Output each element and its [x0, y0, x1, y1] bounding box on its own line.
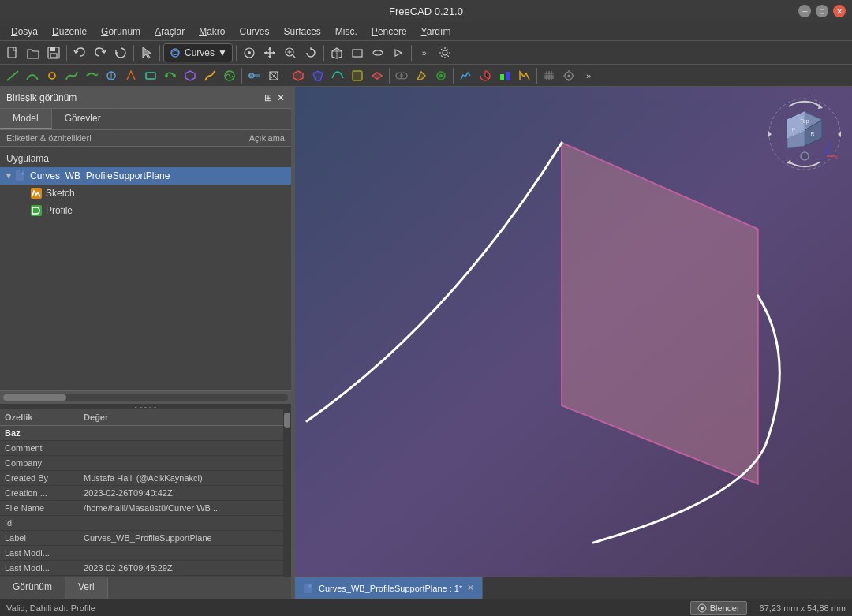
tab-veri[interactable]: Veri	[65, 577, 108, 599]
curve-tool11-button[interactable]	[200, 66, 219, 85]
curve-bezier-button[interactable]	[43, 66, 62, 85]
surface-tool5-button[interactable]	[368, 66, 387, 85]
open-button[interactable]	[24, 43, 43, 62]
prop-key-8: Last Modi...	[0, 561, 79, 576]
menu-araclar[interactable]: Araçlar	[148, 24, 191, 39]
viewport-tab[interactable]: Curves_WB_ProfileSupportPlane : 1* ✕	[295, 577, 483, 599]
curve-tool9-button[interactable]	[161, 66, 180, 85]
nav-zoom-button[interactable]	[281, 43, 300, 62]
tree-item-profile[interactable]: ▾ Profile	[0, 202, 291, 219]
curve-spline-button[interactable]	[62, 66, 81, 85]
analysis-tool3-button[interactable]	[495, 66, 514, 85]
menu-surfaces[interactable]: Surfaces	[278, 24, 327, 39]
curve-tool7-button[interactable]	[121, 66, 140, 85]
workbench-dropdown-icon: ▼	[218, 47, 227, 58]
svg-text:Z: Z	[828, 142, 832, 147]
blender-button[interactable]: Blender	[690, 601, 747, 615]
scroll-thumb[interactable]	[3, 394, 66, 401]
nav-rotate-button[interactable]	[301, 43, 320, 62]
curve-tool8-button[interactable]	[141, 66, 160, 85]
view-right-button[interactable]	[389, 43, 408, 62]
tree-item-root[interactable]: ▾ Curves_WB_ProfileSupportPlane	[0, 167, 291, 185]
refresh-button[interactable]	[111, 43, 130, 62]
more-curves-button[interactable]: »	[579, 66, 598, 85]
undo-button[interactable]	[70, 43, 89, 62]
curve-tool13-button[interactable]	[245, 66, 263, 85]
misc-tool2-button[interactable]	[412, 66, 431, 85]
svg-rect-3	[50, 54, 57, 58]
view-iso-button[interactable]	[327, 43, 346, 62]
surface-tool3-button[interactable]	[328, 66, 347, 85]
curve-tool14-button[interactable]	[264, 66, 283, 85]
save-button[interactable]	[44, 43, 63, 62]
props-scroll-thumb[interactable]	[284, 413, 290, 428]
analysis-tool4-button[interactable]	[515, 66, 534, 85]
cube-navigator[interactable]: Top R F Z X	[765, 95, 844, 174]
viewport-tab-label: Curves_WB_ProfileSupportPlane : 1*	[319, 584, 462, 593]
tab-gorunum[interactable]: Görünüm	[0, 577, 65, 599]
redo-button[interactable]	[91, 43, 110, 62]
nav-pan-button[interactable]	[260, 43, 279, 62]
grid-toggle-button[interactable]	[540, 66, 559, 85]
panel-close-button[interactable]: ✕	[277, 92, 285, 103]
panel-divider[interactable]: - - - - -	[0, 403, 291, 409]
curve-arc-button[interactable]	[23, 66, 42, 85]
menu-makro[interactable]: Makro	[192, 24, 231, 39]
maximize-button[interactable]: □	[816, 5, 828, 17]
tab-model[interactable]: Model	[0, 109, 52, 129]
more-tools-button[interactable]: »	[415, 43, 434, 62]
surface-tool2-button[interactable]	[308, 66, 327, 85]
table-row: Comment	[0, 441, 291, 456]
nav-home-button[interactable]	[240, 43, 259, 62]
close-button[interactable]: ✕	[833, 5, 846, 17]
misc-tool3-button[interactable]	[432, 66, 450, 85]
menu-dosya[interactable]: Dosya	[5, 24, 44, 39]
menu-yardim[interactable]: Yardım	[415, 24, 458, 39]
menu-gorunum[interactable]: Görünüm	[95, 24, 147, 39]
toolbar-curves: »	[0, 65, 852, 87]
menu-duzenle[interactable]: Düzenle	[46, 24, 93, 39]
svg-rect-40	[16, 170, 24, 181]
surface-tool4-button[interactable]	[348, 66, 367, 85]
title-text: FreeCAD 0.21.0	[389, 6, 463, 17]
curve-extend-button[interactable]	[82, 66, 101, 85]
props-scrollbar[interactable]	[283, 409, 291, 599]
svg-rect-2	[50, 47, 55, 51]
minimize-button[interactable]: ─	[798, 5, 811, 17]
toolbar-settings-button[interactable]	[435, 43, 454, 62]
snap-toggle-button[interactable]	[559, 66, 578, 85]
prop-val-0	[79, 441, 291, 456]
cube-svg: Top R F Z X	[765, 95, 844, 174]
menu-misc[interactable]: Misc.	[329, 24, 364, 39]
curve-line-button[interactable]	[3, 66, 22, 85]
curve-tool10-button[interactable]	[181, 66, 200, 85]
analysis-tool1-button[interactable]	[456, 66, 475, 85]
svg-text:F: F	[792, 127, 795, 133]
curve-tool6-button[interactable]	[102, 66, 121, 85]
view-front-button[interactable]	[348, 43, 367, 62]
curve-tool12-button[interactable]	[220, 66, 239, 85]
misc-tool1-button[interactable]	[392, 66, 411, 85]
svg-rect-0	[8, 47, 16, 58]
panel-expand-button[interactable]: ⊞	[264, 92, 272, 103]
col-property: Özellik	[0, 409, 79, 426]
view-top-button[interactable]	[368, 43, 387, 62]
table-row: Label Curves_WB_ProfileSupportPlane	[0, 531, 291, 546]
tree-item-sketch[interactable]: ▾ Sketch	[0, 185, 291, 202]
prop-key-0: Comment	[0, 441, 79, 456]
menu-curves[interactable]: Curves	[233, 24, 275, 39]
cursor-button[interactable]	[137, 43, 156, 62]
svg-point-12	[49, 73, 55, 79]
viewport[interactable]: Top R F Z X Curve	[295, 87, 852, 599]
tab-gorevler[interactable]: Görevler	[52, 109, 114, 129]
viewport-tab-close[interactable]: ✕	[467, 583, 474, 593]
svg-point-17	[165, 74, 168, 77]
workbench-selector[interactable]: Curves ▼	[163, 43, 233, 62]
analysis-tool2-button[interactable]	[476, 66, 495, 85]
menu-pencere[interactable]: Pencere	[365, 24, 413, 39]
window-controls: ─ □ ✕	[798, 5, 846, 17]
svg-line-13	[96, 74, 98, 76]
prop-val-4: /home/halil/Masaüstü/Curver WB ...	[79, 501, 291, 516]
surface-tool1-button[interactable]	[289, 66, 308, 85]
new-button[interactable]	[3, 43, 22, 62]
